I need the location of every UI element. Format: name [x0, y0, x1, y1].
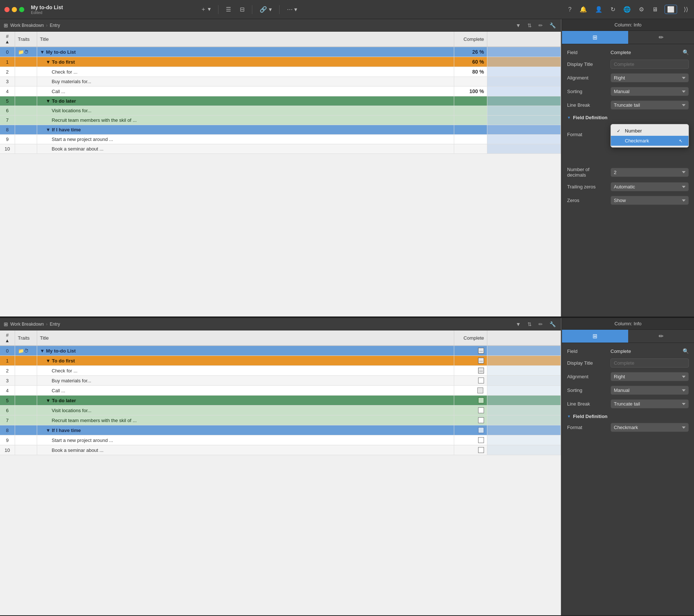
add-button[interactable]: ＋ ▾: [199, 4, 212, 15]
format-option-number[interactable]: ✓ Number: [611, 126, 688, 136]
bottom-row-title: Check for ...: [37, 366, 454, 376]
minimize-button[interactable]: [12, 7, 17, 12]
row-num: 5: [0, 96, 15, 106]
row-extra: [487, 57, 561, 67]
fullscreen-button[interactable]: [19, 7, 24, 12]
row-extra: [487, 135, 561, 144]
bottom-field-search-button[interactable]: 🔍: [683, 348, 689, 354]
bottom-tab-columns[interactable]: ⊞: [562, 330, 628, 343]
table-row: 10Book a seminar about ...: [0, 445, 561, 455]
line-break-select[interactable]: Truncate tail: [611, 100, 689, 110]
notifications-button[interactable]: 🔔: [578, 4, 588, 14]
monitor-button[interactable]: 🖥: [651, 5, 659, 14]
header-extra: [487, 32, 561, 47]
paint-button[interactable]: ✏: [537, 22, 544, 29]
sorting-row: Sorting Manual: [567, 87, 689, 96]
trailing-zeros-select[interactable]: Automatic: [611, 182, 689, 191]
bottom-paint-button[interactable]: ✏: [537, 321, 544, 328]
breadcrumb-work[interactable]: Work Breakdown: [10, 23, 44, 28]
help-button[interactable]: ?: [567, 5, 573, 14]
row-num: 7: [0, 116, 15, 125]
bottom-row-complete[interactable]: ✓: [454, 386, 487, 396]
extend-button[interactable]: ⟩⟩: [682, 4, 690, 14]
breadcrumb-entry[interactable]: Entry: [50, 23, 60, 28]
bottom-row-complete[interactable]: [454, 406, 487, 415]
bottom-filter-button[interactable]: ▼: [514, 321, 522, 328]
filter-button[interactable]: ▼: [514, 22, 522, 29]
bottom-tab-settings[interactable]: ✏: [628, 330, 694, 343]
alignment-select[interactable]: Right: [611, 73, 689, 82]
bottom-wrench-button[interactable]: 🔧: [548, 321, 557, 328]
checkbox-unchecked[interactable]: [478, 417, 484, 423]
bottom-row-complete[interactable]: —: [454, 366, 487, 376]
checkbox-unchecked[interactable]: [478, 397, 484, 403]
field-search-button[interactable]: 🔍: [683, 49, 689, 55]
option-checkmark-label: Checkmark: [625, 138, 649, 144]
checkbox-indeterminate[interactable]: —: [478, 358, 484, 364]
sidebar-toggle[interactable]: ⬜: [665, 5, 677, 14]
row-traits: [15, 125, 37, 135]
bottom-row-traits: [15, 366, 37, 376]
breadcrumb-entry-bottom[interactable]: Entry: [50, 322, 60, 327]
close-button[interactable]: [4, 7, 10, 12]
bottom-row-traits: [15, 425, 37, 435]
wrench-button[interactable]: 🔧: [548, 22, 557, 29]
header-complete[interactable]: Complete: [454, 32, 487, 47]
checkbox-indeterminate[interactable]: —: [478, 368, 484, 374]
bottom-row-complete[interactable]: [454, 396, 487, 406]
bottom-sorting-row: Sorting Manual: [567, 386, 689, 395]
bottom-display-title-row: Display Title: [567, 358, 689, 368]
bottom-sorting-select[interactable]: Manual: [611, 386, 689, 395]
tools-button[interactable]: ⚙: [637, 4, 645, 14]
bottom-display-title-label: Display Title: [567, 360, 608, 366]
account-button[interactable]: 👤: [594, 4, 604, 14]
checkbox-unchecked[interactable]: [478, 437, 484, 443]
bottom-row-complete[interactable]: —: [454, 346, 487, 356]
checkbox-unchecked[interactable]: [478, 427, 484, 433]
display-title-input[interactable]: [611, 60, 689, 69]
bottom-display-title-input[interactable]: [611, 358, 689, 368]
format-option-checkmark[interactable]: Checkmark ↖: [611, 136, 688, 146]
bottom-section-triangle-icon: ▼: [567, 414, 571, 418]
sync-button[interactable]: ↻: [609, 4, 617, 14]
row-title: Check for ...: [37, 67, 454, 77]
checkbox-unchecked[interactable]: [478, 378, 484, 383]
outline-view-button[interactable]: ⊟: [238, 4, 246, 14]
bottom-format-label: Format: [567, 425, 608, 430]
list-view-button[interactable]: ☰: [224, 4, 232, 14]
row-traits: [15, 57, 37, 67]
attach-button[interactable]: 🔗 ▾: [258, 4, 273, 14]
trailing-zeros-label: Trailing zeros: [567, 184, 608, 190]
checkbox-unchecked[interactable]: [478, 407, 484, 413]
bottom-row-complete[interactable]: [454, 435, 487, 445]
bottom-format-select[interactable]: Checkmark: [611, 423, 689, 432]
sorting-select[interactable]: Manual: [611, 87, 689, 96]
row-complete: [454, 96, 487, 106]
bottom-row-complete[interactable]: [454, 445, 487, 455]
zeros-select[interactable]: Show: [611, 196, 689, 205]
bottom-row-complete[interactable]: [454, 425, 487, 435]
bottom-row-complete[interactable]: [454, 415, 487, 425]
bottom-row-complete[interactable]: [454, 376, 487, 386]
breadcrumb-work-bottom[interactable]: Work Breakdown: [10, 322, 44, 327]
bottom-row-num: 2: [0, 366, 15, 376]
bottom-header-traits: Traits: [15, 330, 37, 346]
sort-button[interactable]: ⇅: [526, 22, 533, 29]
bottom-sort-button[interactable]: ⇅: [526, 321, 533, 328]
bottom-line-break-select[interactable]: Truncate tail: [611, 399, 689, 408]
table-icon: ⊞: [4, 22, 8, 28]
decimals-select[interactable]: 2: [611, 168, 689, 177]
table-row: 4Call ...✓: [0, 386, 561, 396]
tab-settings[interactable]: ✏: [628, 31, 694, 44]
bottom-alignment-select[interactable]: Right: [611, 372, 689, 381]
more-button[interactable]: ⋯ ▾: [285, 4, 299, 14]
checkbox-checked[interactable]: ✓: [477, 387, 483, 393]
row-title: Buy materials for...: [37, 77, 454, 86]
checkbox-unchecked[interactable]: [478, 447, 484, 453]
checkbox-indeterminate[interactable]: —: [478, 348, 484, 354]
bottom-field-definition-header: ▼ Field Definition: [567, 414, 689, 419]
bottom-header-complete[interactable]: Complete: [454, 330, 487, 346]
tab-columns[interactable]: ⊞: [562, 31, 628, 44]
globe-button[interactable]: 🌐: [622, 4, 632, 14]
bottom-row-complete[interactable]: —: [454, 356, 487, 366]
